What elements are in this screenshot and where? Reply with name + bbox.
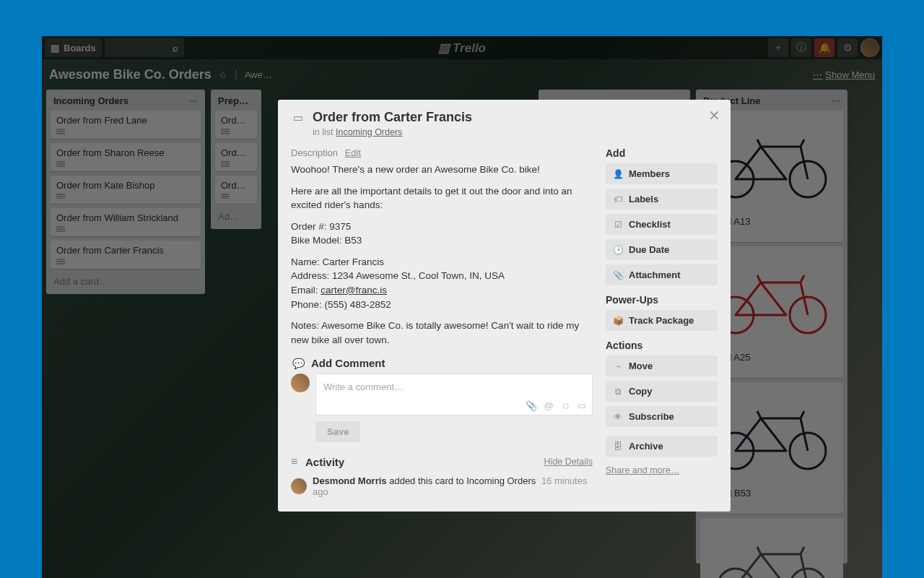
mention-icon[interactable]: @ <box>544 400 554 411</box>
activity-title: Activity <box>305 456 544 468</box>
side-column: Add 👤Members 🏷Labels ☑Checklist 🕒Due Dat… <box>606 147 718 497</box>
emoji-icon[interactable]: ☺ <box>561 400 570 411</box>
description-text: Woohoo! There's a new order an Awesome B… <box>291 163 593 177</box>
package-icon: 📦 <box>613 316 623 326</box>
close-button[interactable]: ✕ <box>708 107 720 124</box>
email-link[interactable]: carter@franc.is <box>321 285 387 296</box>
share-link[interactable]: Share and more… <box>606 465 679 475</box>
checklist-button[interactable]: ☑Checklist <box>606 214 718 235</box>
in-list-line: in list Incoming Orders <box>313 127 472 137</box>
comment-input[interactable]: Write a comment… 📎 @ ☺ ▭ <box>315 374 593 415</box>
move-icon: → <box>613 361 623 371</box>
labels-button[interactable]: 🏷Labels <box>606 189 718 210</box>
labels-icon: 🏷 <box>613 194 623 204</box>
modal-title: Order from Carter Francis <box>313 110 472 125</box>
main-column: Description Edit Woohoo! There's a new o… <box>291 147 593 497</box>
save-button[interactable]: Save <box>315 421 360 442</box>
eye-icon: 👁 <box>613 412 623 422</box>
card-icon: ▭ <box>291 111 305 124</box>
archive-button[interactable]: 🗄Archive <box>606 436 718 457</box>
description-header: Description Edit <box>291 147 593 158</box>
members-button[interactable]: 👤Members <box>606 163 718 184</box>
comment-icon: 💬 <box>291 358 305 369</box>
add-section-title: Add <box>606 147 718 159</box>
attachment-icon: 📎 <box>613 270 623 280</box>
powerups-section-title: Power-Ups <box>606 294 718 306</box>
avatar <box>291 478 307 494</box>
hide-details[interactable]: Hide Details <box>544 457 593 467</box>
checklist-icon: ☑ <box>613 220 623 230</box>
card-detail-modal: ✕ ▭ Order from Carter Francis in list In… <box>278 100 731 512</box>
description-text: Name: Carter Francis Address: 1234 Aweso… <box>291 255 593 311</box>
add-comment-title: Add Comment <box>311 357 385 369</box>
attachment-icon[interactable]: 📎 <box>526 400 537 411</box>
actions-section-title: Actions <box>606 340 718 351</box>
due-date-button[interactable]: 🕒Due Date <box>606 239 718 260</box>
activity-icon: ≡ <box>291 455 305 468</box>
app-frame: ▥ Boards ⌕ ▥ Trello ＋ ⓘ 🔔 ⚙ Awesome Bike… <box>42 36 882 578</box>
description-text: Here are all the important details to ge… <box>291 184 593 212</box>
copy-icon: ⧉ <box>613 387 623 397</box>
track-package-button[interactable]: 📦Track Package <box>606 310 718 331</box>
attachment-button[interactable]: 📎Attachment <box>606 264 718 285</box>
activity-entry: Desmond Morris added this card to Incomi… <box>313 475 593 497</box>
clock-icon: 🕒 <box>613 245 623 255</box>
copy-button[interactable]: ⧉Copy <box>606 381 718 402</box>
move-button[interactable]: →Move <box>606 355 718 376</box>
members-icon: 👤 <box>613 169 623 179</box>
avatar <box>291 374 310 392</box>
description-text: Order #: 9375 Bike Model: B53 <box>291 220 593 248</box>
edit-description[interactable]: Edit <box>345 147 361 158</box>
in-list-link[interactable]: Incoming Orders <box>336 127 402 137</box>
card-icon[interactable]: ▭ <box>578 400 586 411</box>
description-text: Notes: Awesome Bike Co. is totally aweso… <box>291 319 593 347</box>
subscribe-button[interactable]: 👁Subscribe <box>606 406 718 427</box>
archive-icon: 🗄 <box>613 441 623 452</box>
